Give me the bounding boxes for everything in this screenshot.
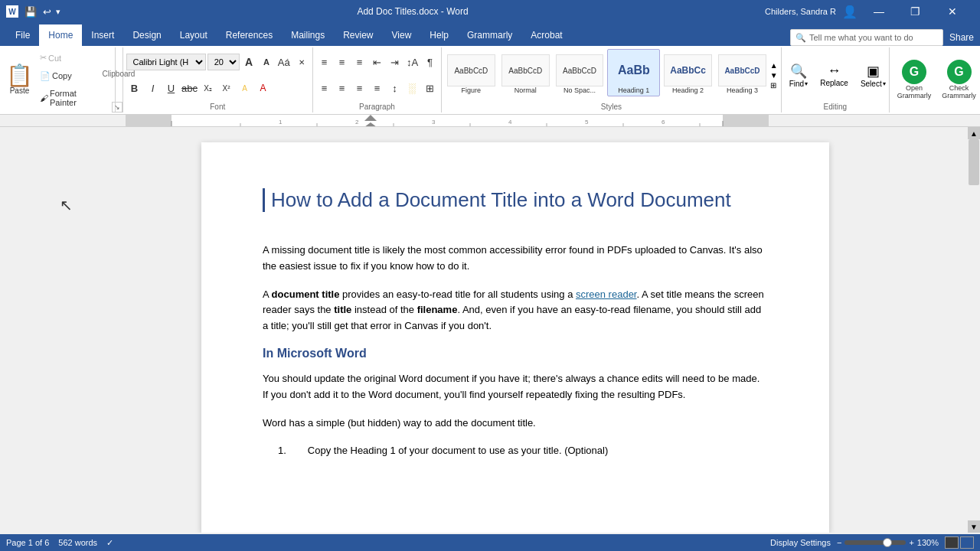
select-button[interactable]: ▣ Select ▾ <box>856 61 890 90</box>
styles-group-label: Styles <box>445 101 778 111</box>
styles-scroll-up[interactable]: ▲ <box>770 61 778 70</box>
ruler-marks[interactable]: 1 2 3 4 5 6 <box>126 115 769 126</box>
minimize-button[interactable]: — <box>864 1 894 22</box>
sort-button[interactable]: ↕A <box>404 54 420 70</box>
tab-grammarly[interactable]: Grammarly <box>458 24 521 46</box>
tab-insert[interactable]: Insert <box>82 24 123 46</box>
select-label: Select ▾ <box>861 80 886 88</box>
line-spacing-button[interactable]: ↕ <box>387 80 403 96</box>
document-page[interactable]: How to Add a Document Title into a Word … <box>201 142 829 533</box>
tab-file[interactable]: File <box>6 24 39 46</box>
style-heading2[interactable]: AaBbCc Heading 2 <box>662 49 714 96</box>
format-painter-button[interactable]: 🖌 Format Painter <box>38 88 79 108</box>
quick-access-save[interactable]: 💾 <box>24 6 37 18</box>
zoom-slider[interactable] <box>844 540 906 545</box>
paste-button[interactable]: 📋 Paste <box>3 49 36 111</box>
clipboard-expand[interactable]: ↘ <box>112 102 122 112</box>
increase-indent-button[interactable]: ⇥ <box>387 54 403 70</box>
heading-microsoft-word[interactable]: In Microsoft Word <box>263 347 768 360</box>
style-heading1-label: Heading 1 <box>618 86 649 94</box>
tab-design[interactable]: Design <box>123 24 170 46</box>
list-item-1[interactable]: Copy the Heading 1 of your document to u… <box>308 443 608 459</box>
scroll-up-button[interactable]: ▲ <box>968 127 980 139</box>
tab-references[interactable]: References <box>217 24 282 46</box>
zoom-in-button[interactable]: + <box>909 538 913 547</box>
style-heading3[interactable]: AaBbCcD Heading 3 <box>716 49 769 96</box>
underline-button[interactable]: U <box>163 80 180 96</box>
word-count[interactable]: 562 words <box>58 538 97 547</box>
styles-expand[interactable]: ⊞ <box>770 81 778 90</box>
center-button[interactable]: ≡ <box>334 80 350 96</box>
tab-help[interactable]: Help <box>420 24 458 46</box>
clipboard-group: 📋 Paste ✂ Cut 📄 Copy 🖌 Format Painter <box>0 47 116 112</box>
search-icon: 🔍 <box>795 33 806 43</box>
open-grammarly-button[interactable]: G Open Grammarly <box>893 58 936 101</box>
style-no-spacing[interactable]: AaBbCcD No Spac... <box>554 49 606 96</box>
zoom-thumb[interactable] <box>883 538 892 547</box>
tab-home[interactable]: Home <box>39 24 82 46</box>
change-case-button[interactable]: Aá <box>276 54 292 70</box>
restore-button[interactable]: ❐ <box>900 1 931 22</box>
copy-button[interactable]: 📄 Copy <box>38 70 79 82</box>
show-hide-button[interactable]: ¶ <box>422 54 438 70</box>
web-layout-button[interactable] <box>960 536 974 549</box>
superscript-button[interactable]: X² <box>218 80 235 96</box>
styles-scroll-down[interactable]: ▼ <box>770 71 778 80</box>
font-color-button[interactable]: A <box>255 80 272 96</box>
shrink-font-button[interactable]: A <box>258 54 274 70</box>
paragraph-1[interactable]: A missing document title is likely the m… <box>263 243 768 275</box>
tab-layout[interactable]: Layout <box>171 24 217 46</box>
tab-view[interactable]: View <box>383 24 421 46</box>
tell-me-input[interactable]: 🔍 Tell me what you want to do <box>790 29 943 46</box>
document-title[interactable]: How to Add a Document Title into a Word … <box>263 188 768 212</box>
paragraph-3[interactable]: You should update the original Word docu… <box>263 371 768 403</box>
paragraph-4[interactable]: Word has a simple (but hidden) way to ad… <box>263 416 768 432</box>
bold-button[interactable]: B <box>126 80 143 96</box>
display-settings[interactable]: Display Settings <box>770 538 831 547</box>
style-normal[interactable]: AaBbCcD Normal <box>499 49 552 96</box>
close-button[interactable]: ✕ <box>937 1 968 22</box>
replace-button[interactable]: ↔ Replace <box>815 61 853 89</box>
scroll-down-button[interactable]: ▼ <box>968 520 980 533</box>
zoom-level[interactable]: 130% <box>917 538 939 547</box>
scroll-thumb[interactable] <box>969 139 979 185</box>
font-family-select[interactable]: Calibri Light (H <box>126 54 206 70</box>
strikethrough-button[interactable]: abc <box>181 80 198 96</box>
grow-font-button[interactable]: A <box>241 54 257 70</box>
screen-reader-link[interactable]: screen reader <box>576 289 637 300</box>
tab-mailings[interactable]: Mailings <box>282 24 334 46</box>
borders-button[interactable]: ⊞ <box>422 80 438 96</box>
right-scrollbar[interactable]: ▲ ▼ <box>968 127 980 533</box>
accounts-icon[interactable]: 👤 <box>842 5 858 19</box>
decrease-indent-button[interactable]: ⇤ <box>369 54 385 70</box>
subscript-button[interactable]: X₂ <box>200 80 217 96</box>
quick-access-undo[interactable]: ↩ <box>43 6 51 18</box>
clear-format-button[interactable]: ✕ <box>293 54 309 70</box>
scroll-track[interactable] <box>968 139 980 520</box>
style-figure[interactable]: AaBbCcD Figure <box>445 49 498 96</box>
justify-button[interactable]: ≡ <box>369 80 385 96</box>
text-highlight-button[interactable]: A <box>237 80 253 96</box>
italic-button[interactable]: I <box>145 80 162 96</box>
find-button[interactable]: 🔍 Find ▾ <box>785 61 812 90</box>
paragraph-2[interactable]: A document title provides an easy-to-rea… <box>263 287 768 334</box>
shading-button[interactable]: ░ <box>404 80 420 96</box>
align-right-button[interactable]: ≡ <box>351 80 368 96</box>
bullets-button[interactable]: ≡ <box>316 54 332 70</box>
status-right: Display Settings − + 130% <box>770 536 974 549</box>
document-area[interactable]: How to Add a Document Title into a Word … <box>63 127 968 533</box>
align-left-button[interactable]: ≡ <box>316 80 332 96</box>
print-layout-button[interactable] <box>945 536 959 549</box>
cut-button[interactable]: ✂ Cut <box>38 52 79 64</box>
font-size-select[interactable]: 20 <box>207 54 240 70</box>
check-grammarly-button[interactable]: G Check Grammarly <box>937 58 980 101</box>
multilevel-button[interactable]: ≡ <box>351 54 368 70</box>
tab-acrobat[interactable]: Acrobat <box>521 24 571 46</box>
numbering-button[interactable]: ≡ <box>334 54 350 70</box>
share-button[interactable]: Share <box>949 32 974 43</box>
zoom-out-button[interactable]: − <box>837 538 841 547</box>
style-heading1[interactable]: AaBb Heading 1 <box>607 49 660 96</box>
tab-review[interactable]: Review <box>334 24 382 46</box>
quick-access-dropdown[interactable]: ▾ <box>56 7 60 17</box>
page-indicator[interactable]: Page 1 of 6 <box>6 538 49 547</box>
